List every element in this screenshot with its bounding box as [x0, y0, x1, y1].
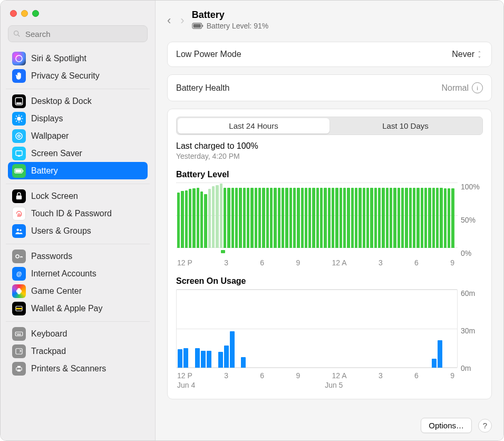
sidebar-item-dock[interactable]: Desktop & Dock	[8, 92, 148, 110]
lock-icon	[12, 189, 26, 203]
sidebar-item-hand[interactable]: Privacy & Security	[8, 67, 148, 84]
sidebar-item-ssav[interactable]: Screen Saver	[8, 145, 148, 162]
nav-forward-icon[interactable]: ›	[180, 15, 184, 26]
battery-bar	[335, 188, 338, 248]
battery-bar	[428, 188, 431, 248]
battery-bar	[421, 188, 423, 248]
screen-on-bars	[176, 289, 458, 368]
search-input[interactable]	[24, 29, 143, 39]
low-power-select[interactable]: Never	[452, 50, 483, 59]
select-caret-icon	[478, 51, 483, 59]
info-icon[interactable]: i	[472, 82, 483, 93]
sidebar-item-label: Game Center	[31, 286, 82, 296]
battery-bar	[262, 188, 265, 248]
svg-rect-33	[17, 333, 18, 334]
tab-last-10-days[interactable]: Last 10 Days	[329, 118, 481, 133]
usage-bar	[230, 331, 235, 368]
battery-bar	[270, 188, 273, 248]
battery-bar	[370, 188, 373, 248]
options-button[interactable]: Options…	[421, 418, 472, 433]
minimize-icon[interactable]	[21, 10, 28, 17]
svg-point-23	[20, 229, 21, 231]
help-button[interactable]: ?	[478, 419, 492, 433]
battery-bar	[224, 188, 226, 248]
usage-bar	[201, 351, 206, 368]
battery-bar	[366, 188, 369, 248]
sidebar-item-wall[interactable]: Wallpaper	[8, 127, 148, 145]
svg-rect-37	[16, 348, 22, 354]
y-tick: 0%	[461, 249, 483, 257]
last-charged: Last charged to 100% Yesterday, 4:20 PM	[176, 141, 483, 160]
pr-icon	[12, 362, 26, 376]
y-tick: 100%	[461, 183, 483, 191]
x-tick: 3	[224, 258, 228, 267]
battery-bar	[358, 188, 361, 248]
search-icon	[13, 30, 21, 38]
battery-bar	[204, 194, 207, 248]
sidebar-item-disp[interactable]: Displays	[8, 110, 148, 127]
battery-bar	[197, 188, 199, 248]
time-range-segmented[interactable]: Last 24 HoursLast 10 Days	[176, 117, 483, 135]
battery-health-value: Normal i	[441, 82, 483, 93]
main-pane: ‹ › Battery Battery Level: 91% Low Power…	[156, 1, 503, 440]
usage-bar	[432, 359, 437, 368]
battery-bar	[448, 188, 450, 248]
sidebar-item-gc[interactable]: Game Center	[8, 282, 148, 300]
sidebar-item-kb[interactable]: Keyboard	[8, 325, 148, 342]
x-tick: 3	[224, 371, 228, 380]
battery-bar	[212, 186, 215, 248]
svg-point-24	[16, 255, 19, 258]
svg-text:@: @	[16, 270, 22, 276]
sidebar-item-label: Internet Accounts	[31, 269, 96, 279]
battery-health-card: Battery Health Normal i	[167, 74, 492, 101]
sidebar-item-touch[interactable]: Touch ID & Password	[8, 205, 148, 222]
sidebar-item-pw[interactable]: Passwords	[8, 247, 148, 265]
battery-bar	[390, 188, 392, 248]
sidebar-item-label: Screen Saver	[31, 149, 82, 158]
tab-last-24-hours[interactable]: Last 24 Hours	[178, 118, 329, 133]
battery-bar	[320, 188, 323, 248]
battery-bar	[243, 188, 246, 248]
touch-icon	[12, 207, 26, 220]
x-tick: 9	[296, 258, 300, 267]
sidebar-item-tp[interactable]: Trackpad	[8, 342, 148, 360]
page-subtitle: Battery Level: 91%	[207, 22, 269, 30]
svg-point-28	[17, 288, 21, 291]
battery-bar	[301, 188, 304, 248]
sidebar-item-users[interactable]: Users & Groups	[8, 222, 148, 239]
sidebar-item-label: Touch ID & Password	[31, 209, 112, 218]
siri-icon	[12, 52, 26, 65]
battery-bar	[340, 188, 342, 248]
svg-rect-40	[17, 369, 21, 371]
search-field[interactable]	[8, 25, 148, 42]
sidebar-item-label: Lock Screen	[31, 191, 78, 201]
wallet-icon	[12, 302, 26, 315]
maximize-icon[interactable]	[32, 10, 39, 17]
sidebar-item-batt[interactable]: Battery	[8, 162, 148, 179]
sidebar-item-wallet[interactable]: Wallet & Apple Pay	[8, 300, 148, 317]
nav-back-icon[interactable]: ‹	[167, 15, 171, 26]
y-tick: 50%	[461, 216, 483, 224]
ssav-icon	[12, 147, 26, 160]
close-icon[interactable]	[10, 10, 17, 17]
battery-bar	[413, 188, 415, 248]
x-tick: 12 P	[177, 371, 192, 380]
battery-bar	[235, 188, 238, 248]
usage-bar	[183, 348, 188, 368]
battery-bar	[181, 191, 183, 248]
hand-icon	[12, 69, 26, 83]
battery-bar	[347, 188, 350, 248]
page-title: Battery	[192, 9, 269, 21]
low-power-card: Low Power Mode Never	[167, 42, 492, 67]
battery-bar	[192, 188, 195, 248]
sidebar-item-lock[interactable]: Lock Screen	[8, 187, 148, 205]
battery-bar	[401, 188, 404, 248]
sidebar-item-label: Trackpad	[31, 347, 66, 356]
sidebar-item-pr[interactable]: Printers & Scanners	[8, 360, 148, 377]
battery-bar	[363, 188, 365, 248]
battery-bar	[424, 188, 427, 248]
sidebar-item-inet[interactable]: @Internet Accounts	[8, 265, 148, 282]
battery-bar	[297, 188, 299, 248]
sidebar-item-label: Keyboard	[31, 329, 67, 339]
sidebar-item-siri[interactable]: Siri & Spotlight	[8, 50, 148, 67]
